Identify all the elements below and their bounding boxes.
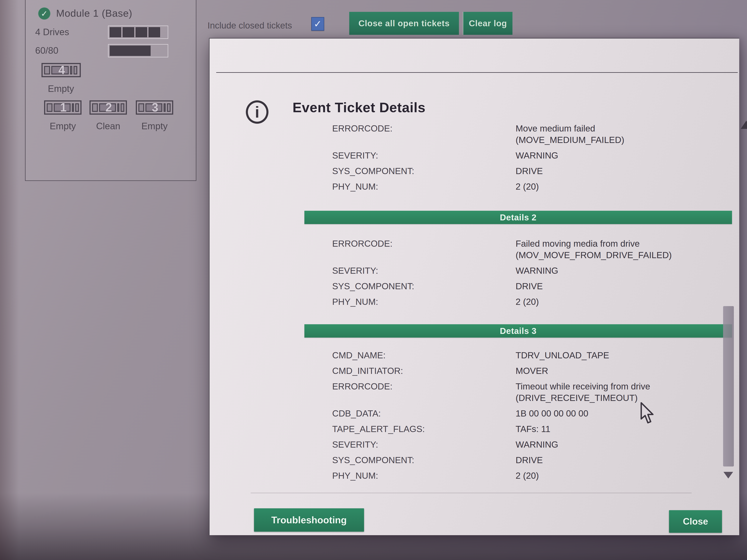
field-label: SEVERITY: xyxy=(332,439,516,450)
field-value: DRIVE xyxy=(516,454,732,466)
slot-capacity-bar xyxy=(108,44,168,57)
field-value: 2 (20) xyxy=(516,470,732,481)
drives-count-label: 4 Drives xyxy=(35,27,69,37)
field-label: SYS_COMPONENT: xyxy=(332,454,516,466)
section-rows: CMD_NAME: TDRV_UNLOAD_TAPE CMD_INITIATOR… xyxy=(304,350,732,481)
field-row: ERRORCODE: Move medium failed (MOVE_MEDI… xyxy=(304,123,732,146)
field-label: SYS_COMPONENT: xyxy=(332,281,516,292)
drive-cell xyxy=(44,66,50,75)
field-label: TAPE_ALERT_FLAGS: xyxy=(332,423,516,435)
field-row: PHY_NUM: 2 (20) xyxy=(304,296,732,308)
drive-cell xyxy=(72,103,74,112)
dialog-section: Details 3 CMD_NAME: TDRV_UNLOAD_TAPE CMD… xyxy=(304,324,732,485)
module-panel: ✓ Module 1 (Base) 4 Drives 60/80 4 Empty xyxy=(25,0,197,181)
drive-slot-1-icon[interactable]: 1 xyxy=(44,100,81,115)
troubleshooting-button[interactable]: Troubleshooting xyxy=(254,508,364,532)
field-row: CMD_INITIATOR: MOVER xyxy=(304,365,732,377)
drives-capacity-widget xyxy=(108,26,168,39)
field-row: CMD_NAME: TDRV_UNLOAD_TAPE xyxy=(304,350,732,361)
drive-block xyxy=(110,27,121,37)
info-icon: i xyxy=(246,100,268,124)
drive-block xyxy=(149,27,160,37)
field-label: CMD_NAME: xyxy=(332,350,516,361)
field-row: SYS_COMPONENT: DRIVE xyxy=(304,165,732,177)
dialog-section: ERRORCODE: Move medium failed (MOVE_MEDI… xyxy=(304,123,732,196)
field-row: SYS_COMPONENT: DRIVE xyxy=(304,454,732,466)
drive-slot-number: 2 xyxy=(105,100,112,114)
scroll-up-icon[interactable] xyxy=(741,121,747,129)
event-ticket-details-dialog: i Event Ticket Details ERRORCODE: Move m… xyxy=(209,38,739,535)
section-banner: Details 2 xyxy=(304,211,732,224)
drive-slot-status: Empty xyxy=(135,121,174,132)
field-row: SYS_COMPONENT: DRIVE xyxy=(304,281,732,292)
drive-block xyxy=(136,27,147,37)
field-label: PHY_NUM: xyxy=(332,470,516,481)
drive-block xyxy=(123,27,134,37)
drive-slot-2-icon[interactable]: 2 xyxy=(89,100,127,115)
dialog-title: Event Ticket Details xyxy=(292,100,426,115)
drive-cell xyxy=(138,103,144,112)
drive-cell xyxy=(92,103,98,112)
dialog-footer-divider xyxy=(251,493,692,493)
scrollbar-thumb[interactable] xyxy=(723,306,734,466)
field-value: WARNING xyxy=(516,265,732,276)
field-label: ERRORCODE: xyxy=(332,123,516,146)
drive-cell xyxy=(121,103,124,112)
module-title: Module 1 (Base) xyxy=(56,7,132,19)
field-row: PHY_NUM: 2 (20) xyxy=(304,181,732,192)
drive-slot-number: 1 xyxy=(60,100,67,114)
field-row: PHY_NUM: 2 (20) xyxy=(304,470,732,481)
drive-cell xyxy=(47,103,52,112)
field-label: PHY_NUM: xyxy=(332,296,516,308)
drive-slot-status: Empty xyxy=(42,83,80,94)
field-value: TAFs: 11 xyxy=(516,423,732,435)
field-value: Move medium failed (MOVE_MEDIUM_FAILED) xyxy=(516,123,732,146)
module-status-ok-icon: ✓ xyxy=(38,7,50,20)
section-rows: ERRORCODE: Move medium failed (MOVE_MEDI… xyxy=(304,123,732,192)
field-label: CMD_INITIATOR: xyxy=(332,365,516,377)
clear-log-button[interactable]: Clear log xyxy=(463,12,512,35)
section-banner: Details 3 xyxy=(304,324,732,338)
include-closed-tickets-label: Include closed tickets xyxy=(207,20,292,31)
drive-cell xyxy=(167,103,171,112)
screen: ✓ Module 1 (Base) 4 Drives 60/80 4 Empty xyxy=(0,0,747,560)
drive-cell xyxy=(74,66,77,75)
dialog-header-divider xyxy=(216,72,738,73)
field-row: SEVERITY: WARNING xyxy=(304,150,732,161)
include-closed-tickets-checkbox[interactable]: ✓ xyxy=(311,17,324,31)
field-row: ERRORCODE: Timeout while receiving from … xyxy=(304,381,732,404)
drive-cell xyxy=(117,103,120,112)
drive-cell xyxy=(163,103,166,112)
field-label: SYS_COMPONENT: xyxy=(332,165,516,177)
field-row: SEVERITY: WARNING xyxy=(304,265,732,276)
drive-slot-status: Empty xyxy=(43,121,82,132)
field-value: MOVER xyxy=(516,365,732,377)
field-label: CDB_DATA: xyxy=(332,408,516,419)
close-all-open-tickets-button[interactable]: Close all open tickets xyxy=(349,12,459,35)
field-label: SEVERITY: xyxy=(332,265,516,276)
field-value: Timeout while receiving from drive (DRIV… xyxy=(516,381,732,404)
field-label: ERRORCODE: xyxy=(332,381,516,404)
field-label: SEVERITY: xyxy=(332,150,516,161)
section-rows: ERRORCODE: Failed moving media from driv… xyxy=(304,238,732,308)
drive-slot-4-icon[interactable]: 4 xyxy=(42,63,81,77)
field-value: WARNING xyxy=(516,150,732,161)
field-value: 2 (20) xyxy=(516,181,732,192)
field-value: DRIVE xyxy=(516,165,732,177)
slot-capacity-label: 60/80 xyxy=(35,45,58,56)
drive-slot-3-icon[interactable]: 3 xyxy=(136,100,173,115)
scroll-down-icon[interactable] xyxy=(723,472,733,479)
drive-slot-status: Clean xyxy=(89,121,128,132)
drive-cell xyxy=(70,66,72,75)
field-row: SEVERITY: WARNING xyxy=(304,439,732,450)
field-value: TDRV_UNLOAD_TAPE xyxy=(516,350,732,361)
slot-capacity-fill xyxy=(110,46,151,56)
field-value: DRIVE xyxy=(516,281,732,292)
field-value: Failed moving media from drive (MOV_MOVE… xyxy=(516,238,732,261)
close-button[interactable]: Close xyxy=(669,510,722,533)
field-value: 1B 00 00 00 00 00 xyxy=(516,408,732,419)
drive-cell xyxy=(75,103,79,112)
field-row: CDB_DATA: 1B 00 00 00 00 00 xyxy=(304,408,732,419)
drive-slot-number: 3 xyxy=(152,100,158,114)
field-row: ERRORCODE: Failed moving media from driv… xyxy=(304,238,732,261)
